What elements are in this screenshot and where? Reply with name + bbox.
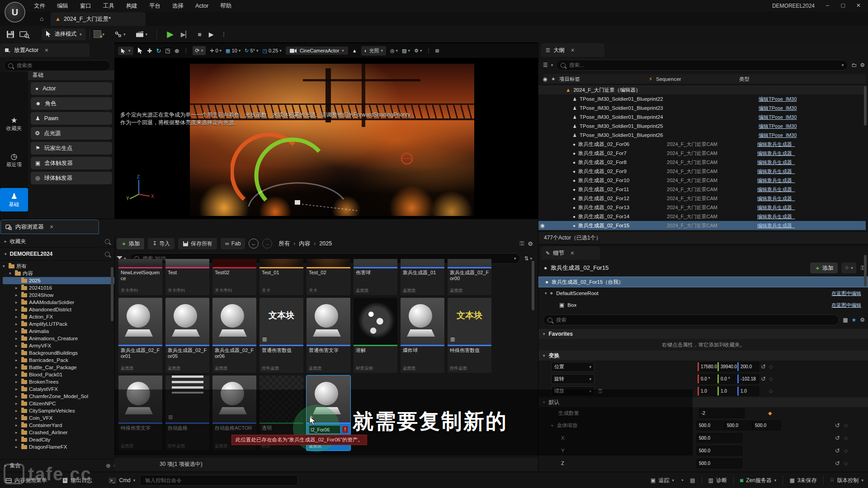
expander-icon[interactable]: ▸ — [15, 286, 19, 290]
lit-mode-dropdown[interactable]: ◐光照▾ — [361, 46, 386, 56]
asset-tile-Test_01[interactable]: Test_01关卡 — [259, 259, 303, 295]
asset-tile-普通伤害数值[interactable]: 文本块▥普通伤害数值控件蓝图 — [259, 298, 303, 373]
sequencer-column-header[interactable]: Sequencer — [656, 76, 739, 82]
home-icon[interactable]: ⌂ — [40, 15, 43, 22]
transform-z-input[interactable]: 1.0 — [737, 386, 759, 396]
save-all-icon[interactable] — [5, 29, 15, 39]
folder-row-CitySampleVehicles[interactable]: ▸CitySampleVehicles — [3, 407, 114, 414]
cb-tree-scrollbar[interactable] — [111, 267, 113, 321]
place-search-input[interactable] — [16, 62, 106, 69]
expander-icon[interactable]: ▸ — [15, 329, 19, 333]
component-row-box[interactable]: ▣ Box 在蓝图中编辑 — [538, 299, 868, 311]
rotate-tool-icon[interactable]: ↻ — [156, 47, 161, 54]
gear-icon[interactable]: ⚙ — [860, 62, 865, 68]
reset-icon[interactable]: ↺ — [835, 447, 840, 454]
visibility-eye-icon[interactable]: ◉ — [538, 222, 547, 229]
outliner-row-10[interactable]: ●敌兵生成器_02_For112024_F_大门近景CAM编辑敌兵生成器_ — [538, 185, 866, 194]
folder-row-BrokenTrees[interactable]: ▸BrokenTrees — [3, 378, 114, 385]
asset-tile-溶解[interactable]: 溶解材质实例 — [354, 298, 397, 373]
expander-icon[interactable]: ▸ — [15, 380, 19, 384]
zen-server-dropdown[interactable]: ◙Zen服务器▾ — [740, 477, 776, 484]
outliner-row-9[interactable]: ●敌兵生成器_02_For102024_F_大门近景CAM编辑敌兵生成器_ — [538, 176, 866, 185]
outliner-row-14[interactable]: ◉●敌兵生成器_02_For152024_F_大门近景CAM编辑敌兵生成器_ — [538, 221, 866, 230]
outliner-type-link[interactable]: 编辑敌兵生成器_ — [757, 213, 795, 220]
outliner-type-link[interactable]: 编辑敌兵生成器_ — [757, 195, 795, 202]
add-actor-dropdown[interactable]: + ▾ — [94, 30, 105, 38]
mode-select-dropdown[interactable]: 选择模式 ▾ — [42, 28, 86, 40]
reset-icon[interactable]: ↺ — [835, 460, 840, 467]
transform-x-input[interactable]: 0.0 ° — [698, 374, 719, 384]
asset-tile-敌兵生成器_02_For01[interactable]: 敌兵生成器_02_For01蓝图类 — [118, 298, 162, 373]
gear-icon[interactable]: ⚙ — [528, 240, 533, 247]
asset-tile-爆炸球[interactable]: 爆炸球蓝图类 — [401, 298, 444, 373]
revision-control-dropdown[interactable]: ⁙版本控制▾ — [830, 477, 863, 484]
surface-snap-dropdown[interactable]: ⟳▾ — [193, 46, 206, 55]
menu-item-7[interactable]: Actor — [189, 3, 214, 9]
expander-icon[interactable]: ▸ — [15, 437, 19, 442]
outliner-row-7[interactable]: ●敌兵生成器_02_For82024_F_大门近景CAM编辑敌兵生成器_ — [538, 158, 866, 167]
maximize-viewport-icon[interactable]: ⊞ — [435, 48, 439, 54]
outliner-row-6[interactable]: ●敌兵生成器_02_For72024_F_大门近景CAM编辑敌兵生成器_ — [538, 149, 866, 158]
menu-item-3[interactable]: 工具 — [97, 2, 120, 10]
menu-item-6[interactable]: 选择 — [166, 2, 189, 10]
crumb-2[interactable]: 2025 — [319, 240, 332, 247]
component-view-dropdown[interactable]: ⁘▾ — [841, 263, 856, 273]
outliner-row-1[interactable]: ♟TPose_IM30_Soldier01_Blueprint23编辑TPose… — [538, 103, 866, 113]
expander-icon[interactable]: ▸ — [15, 343, 19, 348]
folder-row-AAAModularSoldier[interactable]: ▸AAAModularSoldier — [3, 299, 114, 306]
place-item-3[interactable]: ❂点光源 — [31, 127, 112, 140]
menu-item-5[interactable]: 平台 — [143, 2, 166, 10]
actor-snap-dropdown[interactable]: ✛0▾ — [210, 48, 222, 54]
viewport-kebab-icon[interactable]: ⋮ — [426, 48, 431, 54]
folder-row-Battle_Car_Package[interactable]: ▸Battle_Car_Package — [3, 364, 114, 371]
expander-icon[interactable]: ▸ — [15, 416, 19, 420]
outliner-row-3[interactable]: ♟TPose_IM30_Soldier01_Blueprint25编辑TPose… — [538, 122, 866, 131]
cb-project-row[interactable]: ▾DEMOREEL2024 — [0, 248, 114, 261]
show-flags-dropdown[interactable]: ▨▾ — [402, 48, 410, 54]
place-item-4[interactable]: ⚑玩家出生点 — [31, 142, 112, 155]
expander-icon[interactable]: ▸ — [15, 423, 19, 427]
place-item-0[interactable]: ●Actor — [31, 82, 112, 95]
boxscale-x-input[interactable]: 500.0 — [697, 421, 725, 430]
outliner-type-link[interactable]: 编辑敌兵生成器_ — [757, 159, 795, 166]
close-icon[interactable]: ✕ — [571, 47, 575, 53]
close-icon[interactable]: ✕ — [50, 224, 54, 230]
new-folder-icon[interactable]: 🗀 — [851, 62, 857, 68]
viewport-options-dropdown[interactable]: ▾ — [118, 47, 133, 55]
unsaved-button[interactable]: ▦3未保存 — [789, 477, 816, 484]
folder-row-所有[interactable]: ▾所有 — [3, 263, 114, 270]
folder-row-ContainerYard[interactable]: ▸ContainerYard — [3, 422, 114, 429]
type-column-header[interactable]: 类型 — [739, 76, 750, 83]
grid-snap-dropdown[interactable]: ▦10▾ — [226, 48, 241, 54]
outliner-type-link[interactable]: 编辑TPose_IM30 — [759, 96, 797, 103]
details-scrollbar[interactable] — [864, 255, 867, 286]
expander-icon[interactable]: ▾ — [3, 264, 7, 268]
transform-y-input[interactable]: 1.0 — [717, 386, 739, 396]
folder-row-2024Show[interactable]: ▸2024Show — [3, 291, 114, 299]
console-input[interactable] — [144, 477, 293, 483]
eject-icon[interactable]: ▲ — [352, 48, 357, 53]
outliner-type-link[interactable]: 编辑敌兵生成器_ — [757, 222, 795, 229]
boxscale-axis-input[interactable]: 500.0 — [697, 433, 742, 443]
reset-icon[interactable]: ↺ — [835, 422, 840, 429]
folder-row-ArmyVFX[interactable]: ▸ArmyVFX — [3, 342, 114, 349]
asset-tile-敌兵生成器_02_For05[interactable]: 敌兵生成器_02_For05蓝图类 — [165, 298, 209, 373]
cb-save-all-button[interactable]: 保存所有 — [178, 238, 217, 249]
details-search[interactable] — [543, 314, 839, 325]
reset-icon[interactable]: ↺ — [835, 435, 840, 441]
place-actors-tab[interactable]: + 放置Actor ✕ — [0, 43, 90, 57]
viewport-settings-dropdown[interactable]: ⚙▾ — [414, 48, 422, 54]
crumb-1[interactable]: 内容 — [299, 240, 310, 248]
expander-icon[interactable]: ▸ — [15, 372, 19, 377]
asset-tile-Test02[interactable]: Test02关卡序列 — [212, 259, 256, 295]
rotation-snap-dropdown[interactable]: ↻5°▾ — [245, 48, 258, 54]
transform-label-dropdown[interactable]: 位置▾ — [551, 362, 594, 372]
transform-x-input[interactable]: 1.0 — [698, 386, 719, 396]
asset-tile-Test[interactable]: Test关卡序列 — [165, 259, 209, 295]
trace-dropdown[interactable]: ▣追踪▾ — [651, 477, 674, 484]
cb-favorites-row[interactable]: ▸收藏夹 — [0, 235, 114, 248]
outliner-world-row[interactable]: ▲2024_F_大门近景（编辑器） — [538, 85, 866, 94]
details-search-input[interactable] — [555, 317, 835, 323]
asset-tile-Test_02[interactable]: Test_02关卡 — [307, 259, 350, 295]
rotation-gizmo[interactable] — [231, 127, 366, 213]
